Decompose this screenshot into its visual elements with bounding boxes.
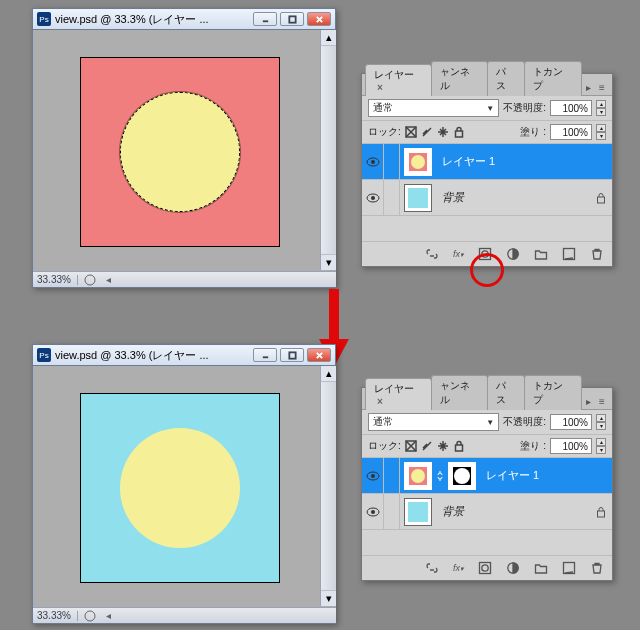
mask-link-icon[interactable]	[436, 469, 444, 483]
minimize-button[interactable]	[253, 12, 277, 26]
opacity-value[interactable]: 100%	[550, 414, 592, 430]
document-window-before: Ps view.psd @ 33.3% (レイヤー ... ▴ ▾ 33.33%…	[32, 8, 336, 288]
lock-transparent-icon[interactable]	[405, 126, 417, 138]
layer-list: レイヤー 1 背景	[362, 458, 612, 556]
lock-all-icon[interactable]	[453, 126, 465, 138]
svg-point-14	[85, 611, 95, 621]
panel-tab-bar: レイヤー× ャンネル パス トカンプ ▸ ≡	[362, 74, 612, 96]
close-button[interactable]	[307, 348, 331, 362]
new-group-icon[interactable]	[534, 247, 548, 261]
fill-stepper[interactable]: ▴▾	[596, 438, 606, 454]
scroll-down-icon[interactable]: ▾	[321, 590, 336, 606]
lock-label: ロック:	[368, 125, 401, 139]
tab-layers[interactable]: レイヤー×	[365, 64, 432, 96]
titlebar[interactable]: Ps view.psd @ 33.3% (レイヤー ...	[32, 8, 336, 30]
blend-mode-select[interactable]: 通常▼	[368, 413, 499, 431]
tab-paths[interactable]: パス	[487, 375, 525, 410]
tab-channels[interactable]: ャンネル	[431, 61, 489, 96]
panel-menu-icon[interactable]: ≡	[595, 394, 609, 409]
layer-thumbnail[interactable]	[404, 148, 432, 176]
opacity-value[interactable]: 100%	[550, 100, 592, 116]
lock-transparent-icon[interactable]	[405, 440, 417, 452]
window-title: view.psd @ 33.3% (レイヤー ...	[55, 348, 249, 363]
fill-value[interactable]: 100%	[550, 438, 592, 454]
scroll-left-icon[interactable]: ◂	[102, 274, 116, 285]
canvas-before	[80, 57, 280, 247]
canvas-area[interactable]	[39, 36, 320, 267]
maximize-button[interactable]	[280, 12, 304, 26]
visibility-toggle[interactable]	[362, 494, 384, 529]
lock-pixels-icon[interactable]	[421, 440, 433, 452]
tab-layer-comps[interactable]: トカンプ	[524, 375, 582, 410]
lock-position-icon[interactable]	[437, 126, 449, 138]
panel-tab-bar: レイヤー× ャンネル パス トカンプ ▸ ≡	[362, 388, 612, 410]
layer-mask-thumbnail[interactable]	[448, 462, 476, 490]
layer-name[interactable]: レイヤー 1	[480, 468, 612, 483]
link-layers-icon[interactable]	[425, 247, 439, 261]
tab-layer-comps[interactable]: トカンプ	[524, 61, 582, 96]
opacity-stepper[interactable]: ▴▾	[596, 100, 606, 116]
tab-paths[interactable]: パス	[487, 61, 525, 96]
new-layer-icon[interactable]	[562, 247, 576, 261]
minimize-button[interactable]	[253, 348, 277, 362]
titlebar[interactable]: Ps view.psd @ 33.3% (レイヤー ...	[32, 344, 336, 366]
layer-row[interactable]: 背景	[362, 494, 612, 530]
layer-thumbnail[interactable]	[404, 184, 432, 212]
fill-value[interactable]: 100%	[550, 124, 592, 140]
visibility-toggle[interactable]	[362, 144, 384, 179]
adjustment-layer-icon[interactable]	[506, 247, 520, 261]
lock-all-icon[interactable]	[453, 440, 465, 452]
layer-thumbnail[interactable]	[404, 498, 432, 526]
link-layers-icon[interactable]	[425, 561, 439, 575]
scroll-left-icon[interactable]: ◂	[102, 610, 116, 621]
scroll-down-icon[interactable]: ▾	[321, 254, 336, 270]
annotation-highlight-circle	[470, 253, 504, 287]
opacity-stepper[interactable]: ▴▾	[596, 414, 606, 430]
layer-name[interactable]: 背景	[436, 504, 590, 519]
add-mask-icon[interactable]	[478, 561, 492, 575]
new-group-icon[interactable]	[534, 561, 548, 575]
vertical-scrollbar[interactable]: ▴ ▾	[320, 366, 336, 606]
lock-position-icon[interactable]	[437, 440, 449, 452]
canvas-area[interactable]	[39, 372, 320, 603]
panel-menu-icon[interactable]: ≡	[595, 80, 609, 95]
tab-layers[interactable]: レイヤー×	[365, 378, 432, 410]
vertical-scrollbar[interactable]: ▴ ▾	[320, 30, 336, 270]
delete-layer-icon[interactable]	[590, 561, 604, 575]
lock-fill-row: ロック: 塗り : 100% ▴▾	[362, 435, 612, 458]
svg-rect-0	[289, 16, 295, 22]
tab-close-icon[interactable]: ×	[377, 396, 383, 407]
scroll-up-icon[interactable]: ▴	[321, 366, 336, 382]
layer-style-icon[interactable]: fx▾	[453, 563, 464, 573]
close-button[interactable]	[307, 12, 331, 26]
visibility-toggle[interactable]	[362, 458, 384, 493]
app-icon: Ps	[37, 348, 51, 362]
layer-row[interactable]: 背景	[362, 180, 612, 216]
layer-row[interactable]: レイヤー 1	[362, 458, 612, 494]
zoom-label: 33.33%	[37, 610, 71, 621]
layer-row[interactable]: レイヤー 1	[362, 144, 612, 180]
adjustment-layer-icon[interactable]	[506, 561, 520, 575]
blend-opacity-row: 通常▼ 不透明度: 100% ▴▾	[362, 410, 612, 435]
layer-name[interactable]: 背景	[436, 190, 590, 205]
panel-collapse-icon[interactable]: ▸	[581, 394, 595, 409]
tab-channels[interactable]: ャンネル	[431, 375, 489, 410]
delete-layer-icon[interactable]	[590, 247, 604, 261]
layer-thumbnail[interactable]	[404, 462, 432, 490]
panel-collapse-icon[interactable]: ▸	[581, 80, 595, 95]
new-layer-icon[interactable]	[562, 561, 576, 575]
info-icon	[84, 610, 96, 622]
svg-rect-13	[289, 352, 295, 358]
layer-name[interactable]: レイヤー 1	[436, 154, 612, 169]
blend-mode-select[interactable]: 通常▼	[368, 99, 499, 117]
layer-style-icon[interactable]: fx▾	[453, 249, 464, 259]
tab-close-icon[interactable]: ×	[377, 82, 383, 93]
status-bar: 33.33% ◂	[33, 271, 336, 287]
maximize-button[interactable]	[280, 348, 304, 362]
lock-pixels-icon[interactable]	[421, 126, 433, 138]
scroll-up-icon[interactable]: ▴	[321, 30, 336, 46]
svg-point-5	[371, 160, 375, 164]
visibility-toggle[interactable]	[362, 180, 384, 215]
fill-stepper[interactable]: ▴▾	[596, 124, 606, 140]
window-title: view.psd @ 33.3% (レイヤー ...	[55, 12, 249, 27]
